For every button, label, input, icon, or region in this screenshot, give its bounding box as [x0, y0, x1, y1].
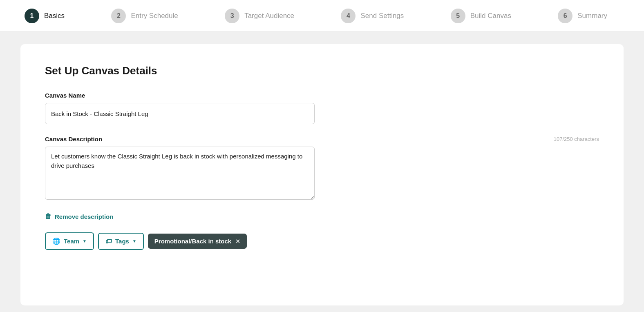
step-divider-3: [306, 16, 329, 16]
step-divider-5: [523, 16, 546, 16]
tags-chevron-icon: ▼: [132, 239, 136, 243]
tags-row: 🌐 Team ▼ 🏷 Tags ▼ Promotional/Back in st…: [45, 232, 599, 250]
step-5-build-canvas[interactable]: 5 Build Canvas: [438, 9, 523, 23]
canvas-name-input[interactable]: [45, 103, 315, 124]
remove-description-label: Remove description: [55, 213, 113, 220]
step-2-circle: 2: [111, 9, 126, 23]
step-divider-4: [416, 16, 438, 16]
step-3-circle: 3: [225, 9, 239, 23]
canvas-name-label: Canvas Name: [45, 92, 599, 99]
steps-nav: 1 Basics 2 Entry Schedule 3 Target Audie…: [0, 0, 644, 32]
step-5-label: Build Canvas: [470, 12, 511, 20]
tags-dropdown-label: Tags: [115, 238, 129, 245]
page-wrapper: 1 Basics 2 Entry Schedule 3 Target Audie…: [0, 0, 644, 312]
tag-icon: 🏷: [105, 238, 112, 245]
team-dropdown-label: Team: [64, 238, 79, 245]
remove-description-button[interactable]: 🗑 Remove description: [45, 213, 113, 220]
canvas-description-label-row: Canvas Description 107/250 characters: [45, 136, 599, 143]
step-4-circle: 4: [341, 9, 356, 23]
step-1-circle: 1: [25, 9, 39, 23]
main-content: Set Up Canvas Details Canvas Name Canvas…: [0, 32, 644, 312]
step-3-target-audience[interactable]: 3 Target Audience: [212, 9, 306, 23]
canvas-card: Set Up Canvas Details Canvas Name Canvas…: [20, 44, 624, 305]
team-dropdown-button[interactable]: 🌐 Team ▼: [45, 232, 94, 250]
step-1-label: Basics: [44, 12, 65, 20]
step-4-label: Send Settings: [360, 12, 404, 20]
trash-icon: 🗑: [45, 213, 51, 220]
canvas-description-textarea[interactable]: Let customers know the Classic Straight …: [45, 147, 315, 200]
step-6-summary[interactable]: 6 Summary: [546, 9, 619, 23]
step-2-label: Entry Schedule: [131, 12, 178, 20]
canvas-description-group: Canvas Description 107/250 characters Le…: [45, 136, 599, 201]
step-4-send-settings[interactable]: 4 Send Settings: [329, 9, 416, 23]
team-chevron-icon: ▼: [83, 239, 87, 243]
page-heading: Set Up Canvas Details: [45, 65, 599, 77]
tag-badge: Promotional/Back in stock ✕: [148, 234, 247, 249]
tag-badge-label: Promotional/Back in stock: [154, 238, 231, 245]
step-1-basics[interactable]: 1 Basics: [25, 9, 77, 23]
tags-dropdown-button[interactable]: 🏷 Tags ▼: [98, 233, 144, 250]
step-6-label: Summary: [577, 12, 607, 20]
canvas-description-label: Canvas Description: [45, 136, 102, 143]
globe-icon: 🌐: [52, 237, 60, 245]
step-3-label: Target Audience: [244, 12, 294, 20]
canvas-name-group: Canvas Name: [45, 92, 599, 124]
step-2-entry-schedule[interactable]: 2 Entry Schedule: [99, 9, 190, 23]
char-count: 107/250 characters: [554, 136, 599, 142]
step-divider-1: [77, 16, 99, 16]
step-5-circle: 5: [451, 9, 465, 23]
tag-badge-close-button[interactable]: ✕: [235, 238, 240, 245]
step-6-circle: 6: [558, 9, 572, 23]
step-divider-2: [190, 16, 212, 16]
